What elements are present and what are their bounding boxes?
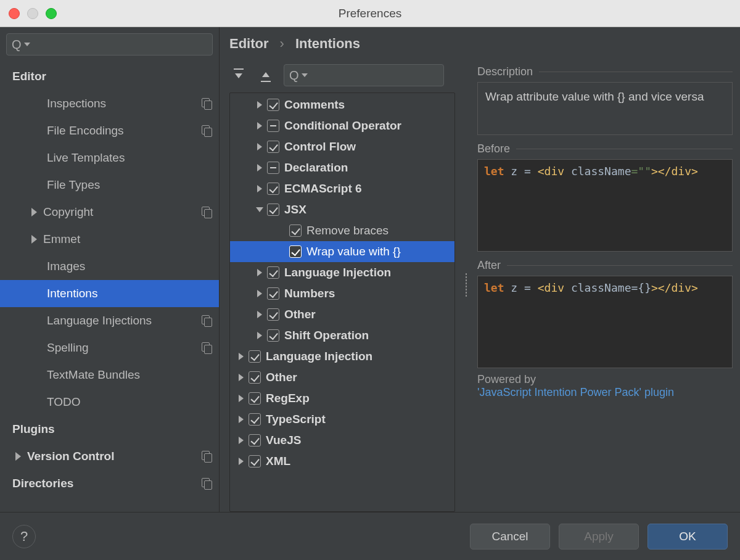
sidebar-item[interactable]: TextMate Bundles: [0, 361, 219, 389]
sidebar-item[interactable]: Editor: [0, 63, 219, 90]
before-label: Before: [477, 142, 510, 155]
checkbox[interactable]: [249, 455, 261, 467]
chevron-right-icon: [235, 395, 247, 402]
sidebar-item[interactable]: Images: [0, 253, 219, 280]
chevron-right-icon: [253, 122, 266, 130]
intention-row[interactable]: Other: [230, 304, 454, 325]
intention-row[interactable]: Language Injection: [230, 262, 454, 283]
intention-row[interactable]: VueJS: [230, 430, 454, 451]
sidebar-tree: EditorInspectionsFile EncodingsLive Temp…: [0, 60, 219, 512]
sidebar-item[interactable]: Copyright: [0, 199, 219, 226]
expand-all-button[interactable]: [229, 66, 248, 84]
checkbox[interactable]: [267, 329, 279, 342]
intention-row[interactable]: Control Flow: [230, 136, 454, 157]
chevron-right-icon: [253, 101, 266, 109]
chevron-right-icon: [235, 353, 247, 360]
checkbox[interactable]: [267, 141, 279, 153]
checkbox[interactable]: [249, 371, 261, 384]
zoom-window-button[interactable]: [46, 8, 57, 19]
intention-row[interactable]: RegExp: [230, 388, 454, 409]
checkbox[interactable]: [289, 224, 302, 237]
sidebar-item[interactable]: Plugins: [0, 416, 219, 443]
intention-label: Wrap value with {}: [306, 245, 401, 258]
chevron-right-icon: [28, 235, 39, 244]
chevron-right-icon: [235, 458, 247, 465]
breadcrumb-root[interactable]: Editor: [229, 36, 269, 52]
intentions-search-input[interactable]: Q: [284, 64, 444, 86]
sidebar-item[interactable]: TODO: [0, 389, 219, 416]
chevron-right-icon: [235, 416, 247, 423]
sidebar-item[interactable]: Spelling: [0, 334, 219, 361]
intention-row[interactable]: Remove braces: [230, 220, 454, 241]
intention-row[interactable]: Other: [230, 367, 454, 388]
chevron-right-icon: [253, 290, 266, 297]
checkbox[interactable]: [249, 434, 261, 447]
intention-row[interactable]: Language Injection: [230, 346, 454, 367]
intention-details: Description Wrap attribute value with {}…: [477, 58, 733, 512]
sidebar-item[interactable]: File Encodings: [0, 117, 219, 144]
intention-row[interactable]: Shift Operation: [230, 325, 454, 346]
checkbox[interactable]: [267, 99, 279, 111]
intention-row[interactable]: Numbers: [230, 283, 454, 304]
checkbox[interactable]: [267, 308, 279, 321]
sidebar-item[interactable]: Language Injections: [0, 307, 219, 334]
sidebar-item[interactable]: Inspections: [0, 90, 219, 117]
ok-button[interactable]: OK: [648, 524, 728, 550]
breadcrumb-separator: ›: [280, 36, 284, 52]
chevron-right-icon: [253, 332, 266, 339]
intention-row[interactable]: TypeScript: [230, 409, 454, 430]
intention-row[interactable]: Comments: [230, 94, 454, 115]
intention-row[interactable]: Declaration: [230, 157, 454, 178]
splitter-handle[interactable]: [464, 58, 469, 512]
apply-button[interactable]: Apply: [559, 524, 639, 550]
intention-row[interactable]: XML: [230, 451, 454, 472]
window-controls: [9, 8, 57, 19]
intention-row[interactable]: JSX: [230, 199, 454, 220]
checkbox[interactable]: [267, 266, 279, 279]
chevron-right-icon: [253, 143, 266, 150]
sidebar-item-label: File Encodings: [47, 124, 124, 138]
intention-label: Shift Operation: [284, 329, 369, 342]
sidebar-item[interactable]: Directories: [0, 470, 219, 497]
intention-label: TypeScript: [266, 413, 326, 426]
collapse-all-button[interactable]: [257, 66, 275, 84]
breadcrumb-leaf: Intentions: [295, 36, 360, 52]
checkbox[interactable]: [249, 392, 261, 405]
sidebar-search-input[interactable]: Q: [6, 33, 213, 56]
sidebar-item[interactable]: Emmet: [0, 226, 219, 253]
sidebar-item-label: Emmet: [43, 233, 80, 246]
close-window-button[interactable]: [9, 8, 20, 19]
chevron-right-icon: [235, 437, 247, 444]
sidebar-item[interactable]: Version Control: [0, 443, 219, 470]
checkbox[interactable]: [289, 245, 302, 258]
checkbox[interactable]: [267, 120, 279, 132]
intention-row[interactable]: ECMAScript 6: [230, 178, 454, 199]
cancel-button[interactable]: Cancel: [470, 524, 550, 550]
sidebar-item-label: Spelling: [47, 341, 89, 355]
checkbox[interactable]: [267, 204, 279, 216]
sidebar-item-label: Plugins: [12, 422, 55, 436]
sidebar-item[interactable]: Intentions: [0, 280, 219, 307]
chevron-right-icon: [253, 164, 266, 171]
description-text: Wrap attribute value with {} and vice ve…: [477, 82, 733, 135]
powered-by-link[interactable]: 'JavaScript Intention Power Pack' plugin: [477, 386, 674, 398]
sidebar-item-label: TextMate Bundles: [47, 368, 140, 382]
intention-row[interactable]: Conditional Operator: [230, 115, 454, 136]
sidebar-item-label: TODO: [47, 395, 81, 409]
intention-label: Remove braces: [306, 224, 388, 237]
sidebar-item-label: Copyright: [43, 205, 93, 219]
sidebar-item-label: Inspections: [47, 97, 106, 110]
checkbox[interactable]: [249, 350, 261, 363]
checkbox[interactable]: [267, 183, 279, 195]
intention-label: Language Injection: [266, 350, 372, 363]
checkbox[interactable]: [267, 162, 279, 174]
intention-label: Conditional Operator: [284, 119, 401, 133]
sidebar-item[interactable]: File Types: [0, 171, 219, 199]
minimize-window-button[interactable]: [27, 8, 38, 19]
checkbox[interactable]: [267, 287, 279, 300]
intention-row[interactable]: Wrap value with {}: [230, 241, 454, 262]
sidebar-item[interactable]: Live Templates: [0, 144, 219, 171]
help-button[interactable]: ?: [12, 525, 36, 548]
chevron-down-icon: [253, 207, 266, 212]
checkbox[interactable]: [249, 413, 261, 426]
